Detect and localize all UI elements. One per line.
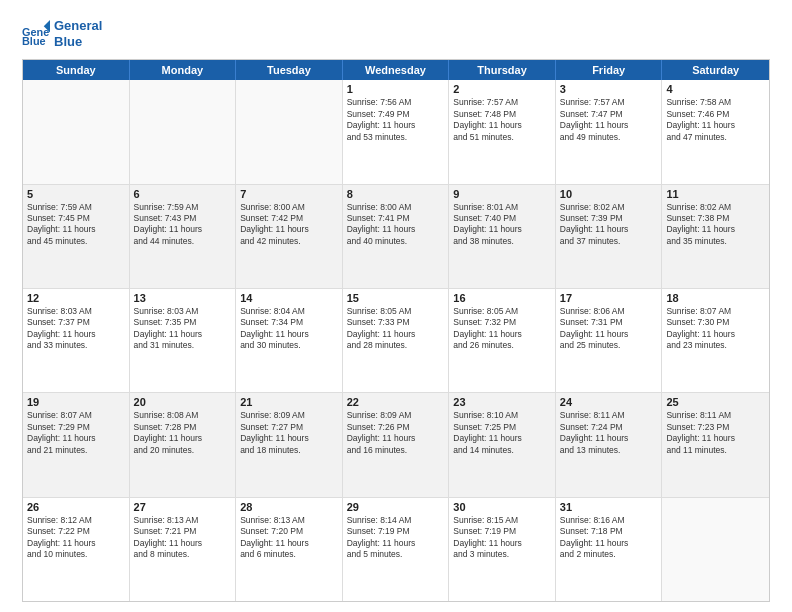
weekday-header: Tuesday [236, 60, 343, 80]
cell-info: Sunrise: 8:09 AM Sunset: 7:27 PM Dayligh… [240, 410, 338, 456]
calendar-cell: 9Sunrise: 8:01 AM Sunset: 7:40 PM Daylig… [449, 185, 556, 288]
day-number: 2 [453, 83, 551, 95]
cell-info: Sunrise: 8:07 AM Sunset: 7:29 PM Dayligh… [27, 410, 125, 456]
cell-info: Sunrise: 7:56 AM Sunset: 7:49 PM Dayligh… [347, 97, 445, 143]
calendar-row: 5Sunrise: 7:59 AM Sunset: 7:45 PM Daylig… [23, 185, 769, 289]
day-number: 8 [347, 188, 445, 200]
svg-text:Blue: Blue [22, 34, 46, 46]
page: General Blue General Blue SundayMondayTu… [0, 0, 792, 612]
calendar-cell: 13Sunrise: 8:03 AM Sunset: 7:35 PM Dayli… [130, 289, 237, 392]
day-number: 29 [347, 501, 445, 513]
cell-info: Sunrise: 8:08 AM Sunset: 7:28 PM Dayligh… [134, 410, 232, 456]
cell-info: Sunrise: 8:09 AM Sunset: 7:26 PM Dayligh… [347, 410, 445, 456]
cell-info: Sunrise: 8:13 AM Sunset: 7:21 PM Dayligh… [134, 515, 232, 561]
calendar-cell: 20Sunrise: 8:08 AM Sunset: 7:28 PM Dayli… [130, 393, 237, 496]
cell-info: Sunrise: 8:02 AM Sunset: 7:39 PM Dayligh… [560, 202, 658, 248]
calendar-cell: 18Sunrise: 8:07 AM Sunset: 7:30 PM Dayli… [662, 289, 769, 392]
calendar-cell [23, 80, 130, 183]
calendar-cell: 15Sunrise: 8:05 AM Sunset: 7:33 PM Dayli… [343, 289, 450, 392]
calendar-cell: 25Sunrise: 8:11 AM Sunset: 7:23 PM Dayli… [662, 393, 769, 496]
day-number: 31 [560, 501, 658, 513]
cell-info: Sunrise: 8:01 AM Sunset: 7:40 PM Dayligh… [453, 202, 551, 248]
cell-info: Sunrise: 8:14 AM Sunset: 7:19 PM Dayligh… [347, 515, 445, 561]
header: General Blue General Blue [22, 18, 770, 49]
day-number: 9 [453, 188, 551, 200]
calendar-cell: 1Sunrise: 7:56 AM Sunset: 7:49 PM Daylig… [343, 80, 450, 183]
logo-blue: Blue [54, 34, 102, 50]
calendar-cell [236, 80, 343, 183]
calendar-cell: 22Sunrise: 8:09 AM Sunset: 7:26 PM Dayli… [343, 393, 450, 496]
calendar: SundayMondayTuesdayWednesdayThursdayFrid… [22, 59, 770, 602]
cell-info: Sunrise: 8:05 AM Sunset: 7:33 PM Dayligh… [347, 306, 445, 352]
calendar-cell: 4Sunrise: 7:58 AM Sunset: 7:46 PM Daylig… [662, 80, 769, 183]
calendar-cell: 12Sunrise: 8:03 AM Sunset: 7:37 PM Dayli… [23, 289, 130, 392]
day-number: 7 [240, 188, 338, 200]
calendar-cell: 11Sunrise: 8:02 AM Sunset: 7:38 PM Dayli… [662, 185, 769, 288]
cell-info: Sunrise: 7:57 AM Sunset: 7:47 PM Dayligh… [560, 97, 658, 143]
calendar-cell: 27Sunrise: 8:13 AM Sunset: 7:21 PM Dayli… [130, 498, 237, 601]
calendar-row: 19Sunrise: 8:07 AM Sunset: 7:29 PM Dayli… [23, 393, 769, 497]
weekday-header: Thursday [449, 60, 556, 80]
cell-info: Sunrise: 8:10 AM Sunset: 7:25 PM Dayligh… [453, 410, 551, 456]
weekday-header: Saturday [662, 60, 769, 80]
calendar-body: 1Sunrise: 7:56 AM Sunset: 7:49 PM Daylig… [23, 80, 769, 601]
cell-info: Sunrise: 8:05 AM Sunset: 7:32 PM Dayligh… [453, 306, 551, 352]
day-number: 24 [560, 396, 658, 408]
weekday-header: Friday [556, 60, 663, 80]
day-number: 1 [347, 83, 445, 95]
day-number: 16 [453, 292, 551, 304]
calendar-cell: 30Sunrise: 8:15 AM Sunset: 7:19 PM Dayli… [449, 498, 556, 601]
cell-info: Sunrise: 8:07 AM Sunset: 7:30 PM Dayligh… [666, 306, 765, 352]
calendar-cell: 31Sunrise: 8:16 AM Sunset: 7:18 PM Dayli… [556, 498, 663, 601]
calendar-row: 12Sunrise: 8:03 AM Sunset: 7:37 PM Dayli… [23, 289, 769, 393]
cell-info: Sunrise: 8:00 AM Sunset: 7:41 PM Dayligh… [347, 202, 445, 248]
cell-info: Sunrise: 8:03 AM Sunset: 7:35 PM Dayligh… [134, 306, 232, 352]
day-number: 26 [27, 501, 125, 513]
cell-info: Sunrise: 8:02 AM Sunset: 7:38 PM Dayligh… [666, 202, 765, 248]
calendar-cell: 7Sunrise: 8:00 AM Sunset: 7:42 PM Daylig… [236, 185, 343, 288]
cell-info: Sunrise: 8:00 AM Sunset: 7:42 PM Dayligh… [240, 202, 338, 248]
calendar-header: SundayMondayTuesdayWednesdayThursdayFrid… [23, 60, 769, 80]
logo: General Blue General Blue [22, 18, 102, 49]
day-number: 21 [240, 396, 338, 408]
cell-info: Sunrise: 8:13 AM Sunset: 7:20 PM Dayligh… [240, 515, 338, 561]
day-number: 14 [240, 292, 338, 304]
logo-icon: General Blue [22, 20, 50, 48]
calendar-cell: 5Sunrise: 7:59 AM Sunset: 7:45 PM Daylig… [23, 185, 130, 288]
calendar-cell: 3Sunrise: 7:57 AM Sunset: 7:47 PM Daylig… [556, 80, 663, 183]
day-number: 3 [560, 83, 658, 95]
weekday-header: Wednesday [343, 60, 450, 80]
cell-info: Sunrise: 7:58 AM Sunset: 7:46 PM Dayligh… [666, 97, 765, 143]
calendar-cell [130, 80, 237, 183]
day-number: 18 [666, 292, 765, 304]
day-number: 20 [134, 396, 232, 408]
calendar-cell [662, 498, 769, 601]
cell-info: Sunrise: 8:03 AM Sunset: 7:37 PM Dayligh… [27, 306, 125, 352]
day-number: 27 [134, 501, 232, 513]
calendar-cell: 21Sunrise: 8:09 AM Sunset: 7:27 PM Dayli… [236, 393, 343, 496]
day-number: 25 [666, 396, 765, 408]
cell-info: Sunrise: 8:04 AM Sunset: 7:34 PM Dayligh… [240, 306, 338, 352]
cell-info: Sunrise: 7:59 AM Sunset: 7:45 PM Dayligh… [27, 202, 125, 248]
day-number: 5 [27, 188, 125, 200]
day-number: 15 [347, 292, 445, 304]
day-number: 6 [134, 188, 232, 200]
cell-info: Sunrise: 7:57 AM Sunset: 7:48 PM Dayligh… [453, 97, 551, 143]
calendar-cell: 19Sunrise: 8:07 AM Sunset: 7:29 PM Dayli… [23, 393, 130, 496]
calendar-row: 26Sunrise: 8:12 AM Sunset: 7:22 PM Dayli… [23, 498, 769, 601]
day-number: 4 [666, 83, 765, 95]
calendar-cell: 17Sunrise: 8:06 AM Sunset: 7:31 PM Dayli… [556, 289, 663, 392]
logo-general: General [54, 18, 102, 34]
cell-info: Sunrise: 8:11 AM Sunset: 7:24 PM Dayligh… [560, 410, 658, 456]
calendar-row: 1Sunrise: 7:56 AM Sunset: 7:49 PM Daylig… [23, 80, 769, 184]
calendar-cell: 6Sunrise: 7:59 AM Sunset: 7:43 PM Daylig… [130, 185, 237, 288]
day-number: 12 [27, 292, 125, 304]
calendar-cell: 2Sunrise: 7:57 AM Sunset: 7:48 PM Daylig… [449, 80, 556, 183]
calendar-cell: 24Sunrise: 8:11 AM Sunset: 7:24 PM Dayli… [556, 393, 663, 496]
calendar-cell: 16Sunrise: 8:05 AM Sunset: 7:32 PM Dayli… [449, 289, 556, 392]
calendar-cell: 8Sunrise: 8:00 AM Sunset: 7:41 PM Daylig… [343, 185, 450, 288]
calendar-cell: 14Sunrise: 8:04 AM Sunset: 7:34 PM Dayli… [236, 289, 343, 392]
calendar-cell: 29Sunrise: 8:14 AM Sunset: 7:19 PM Dayli… [343, 498, 450, 601]
day-number: 28 [240, 501, 338, 513]
weekday-header: Monday [130, 60, 237, 80]
